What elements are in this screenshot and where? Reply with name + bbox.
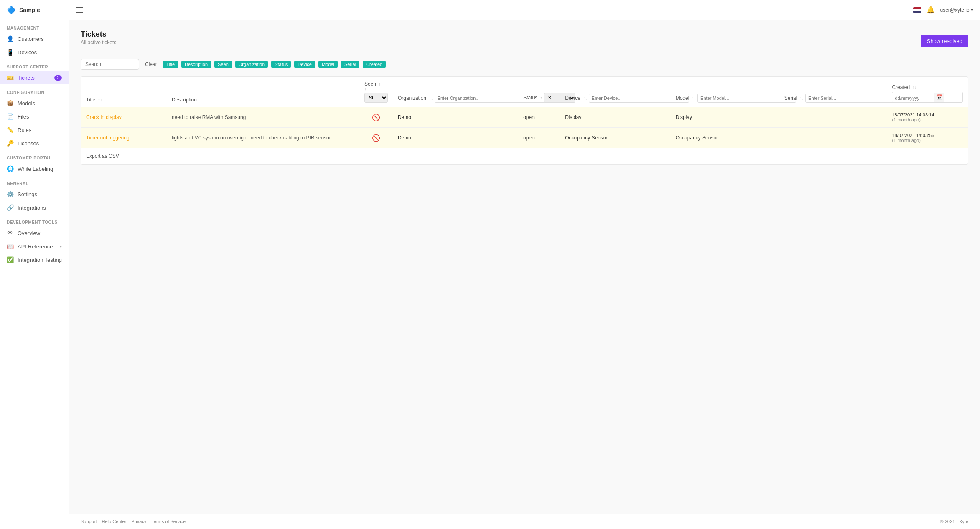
sidebar-item-label: Devices [18, 49, 37, 56]
sidebar-item-integrations[interactable]: 🔗 Integrations [0, 201, 69, 214]
sidebar-item-models[interactable]: 📦 Models [0, 96, 69, 110]
org-sort-arrows[interactable]: ↑↓ [429, 96, 433, 101]
cell-seen: 🚫 [359, 107, 393, 128]
th-seen: Seen ↑ ↓ St [359, 77, 393, 107]
tickets-badge: 2 [54, 75, 62, 81]
footer-copyright: © 2021 - Xyte [940, 519, 968, 524]
integration-testing-icon: ✅ [7, 256, 13, 263]
ticket-title-link[interactable]: Crack in display [86, 114, 122, 120]
integrations-icon: 🔗 [7, 204, 13, 211]
cell-created: 18/07/2021 14:03:14 (1 month ago) [887, 107, 968, 128]
device-sort-arrows[interactable]: ↑↓ [583, 96, 587, 101]
export-csv-link[interactable]: Export as CSV [81, 148, 968, 164]
sidebar-item-overview[interactable]: 👁 Overview [0, 226, 69, 240]
sidebar-item-label: Customers [18, 36, 44, 42]
section-configuration: Configuration [0, 84, 69, 96]
filter-tag-seen[interactable]: Seen [214, 61, 232, 68]
filter-tag-title[interactable]: Title [163, 61, 178, 68]
section-general: General [0, 175, 69, 187]
sidebar-item-tickets[interactable]: 🎫 Tickets 2 [0, 71, 69, 84]
filter-tag-created[interactable]: Created [363, 61, 386, 68]
cell-description: need to raise RMA with Samsung [167, 107, 359, 128]
sidebar-item-integration-testing[interactable]: ✅ Integration Testing [0, 253, 69, 266]
table-row: Crack in display need to raise RMA with … [81, 107, 968, 128]
seen-icon: 🚫 [372, 134, 380, 142]
topbar-right: 🔔 user@xyte.io ▾ [913, 6, 973, 14]
sidebar-item-files[interactable]: 📄 Files [0, 110, 69, 123]
cell-serial [779, 128, 887, 148]
footer-help-link[interactable]: Help Center [102, 519, 127, 524]
seen-filter-select[interactable]: St [364, 93, 388, 103]
filter-tag-model[interactable]: Model [318, 61, 338, 68]
cell-model: Display [671, 107, 779, 128]
seen-sort-arrows[interactable]: ↑ [379, 82, 381, 86]
cell-serial [779, 107, 887, 128]
topbar-left [76, 7, 83, 13]
overview-icon: 👁 [7, 230, 13, 236]
tickets-icon: 🎫 [7, 74, 13, 81]
ticket-title-link[interactable]: Timer not triggering [86, 135, 130, 141]
cell-title: Crack in display [81, 107, 167, 128]
date-filter-input[interactable] [892, 94, 934, 102]
sidebar-item-label: Integration Testing [18, 257, 62, 263]
main-content: Tickets All active tickets Show resolved… [69, 20, 980, 514]
created-date: 18/07/2021 14:03:14 [892, 112, 963, 117]
search-input[interactable] [81, 59, 139, 70]
topbar: 🔔 user@xyte.io ▾ [69, 0, 980, 20]
filter-tag-organization[interactable]: Organization [235, 61, 268, 68]
calendar-icon[interactable]: 📅 [934, 93, 944, 102]
cell-organization: Demo [393, 128, 518, 148]
sidebar: 🔷 Sample Management 👤 Customers 📱 Device… [0, 0, 69, 529]
table-row: Timer not triggering lights and VC syste… [81, 128, 968, 148]
filter-tag-description[interactable]: Description [181, 61, 211, 68]
sidebar-item-licenses[interactable]: 🔑 Licenses [0, 137, 69, 150]
created-sort-arrows[interactable]: ↑↓ [912, 85, 916, 90]
cell-organization: Demo [393, 107, 518, 128]
page-header: Tickets All active tickets [81, 30, 116, 52]
sidebar-item-devices[interactable]: 📱 Devices [0, 46, 69, 59]
api-reference-icon: 📖 [7, 243, 13, 250]
filter-tag-status[interactable]: Status [271, 61, 291, 68]
section-customer-portal: Customer Portal [0, 150, 69, 162]
serial-sort-arrows[interactable]: ↑↓ [800, 96, 804, 101]
model-filter-input[interactable] [697, 94, 796, 103]
sidebar-item-while-labeling[interactable]: 🌐 While Labeling [0, 162, 69, 175]
model-sort-arrows[interactable]: ↑↓ [692, 96, 696, 101]
chevron-down-icon: ▾ [60, 244, 62, 249]
sidebar-item-settings[interactable]: ⚙️ Settings [0, 187, 69, 201]
created-date: 18/07/2021 14:03:56 [892, 133, 963, 138]
logo-icon: 🔷 [7, 5, 16, 15]
filter-tag-device[interactable]: Device [294, 61, 315, 68]
sidebar-item-rules[interactable]: 📏 Rules [0, 123, 69, 137]
device-filter-input[interactable] [589, 94, 690, 103]
sidebar-item-customers[interactable]: 👤 Customers [0, 32, 69, 46]
show-resolved-button[interactable]: Show resolved [921, 35, 968, 47]
settings-icon: ⚙️ [7, 191, 13, 197]
filters-bar: Clear Title Description Seen Organizatio… [81, 59, 968, 70]
models-icon: 📦 [7, 100, 13, 106]
sidebar-item-label: Licenses [18, 140, 39, 147]
org-col-label: Organization [398, 95, 426, 101]
flag-icon [913, 7, 921, 13]
clear-button[interactable]: Clear [143, 60, 160, 69]
serial-filter-input[interactable] [805, 94, 903, 103]
seen-col-label: Seen [364, 81, 376, 87]
page-title: Tickets [81, 30, 116, 39]
created-col-label: Created [892, 84, 910, 90]
user-email[interactable]: user@xyte.io ▾ [940, 7, 973, 13]
footer-privacy-link[interactable]: Privacy [131, 519, 146, 524]
footer-terms-link[interactable]: Terms of Service [151, 519, 186, 524]
hamburger-menu[interactable] [76, 7, 83, 13]
bell-icon[interactable]: 🔔 [927, 6, 935, 14]
sidebar-item-api-reference[interactable]: 📖 API Reference ▾ [0, 240, 69, 253]
title-sort-arrows[interactable]: ↑↓ [98, 98, 102, 102]
model-col-label: Model [676, 95, 690, 101]
cell-seen: 🚫 [359, 128, 393, 148]
sidebar-item-label: Settings [18, 191, 37, 197]
files-icon: 📄 [7, 113, 13, 120]
created-relative: (1 month ago) [892, 117, 963, 122]
footer-support-link[interactable]: Support [81, 519, 97, 524]
filter-tag-serial[interactable]: Serial [341, 61, 359, 68]
status-sort-arrows[interactable]: ↑ [540, 96, 542, 100]
cell-status: open [518, 107, 560, 128]
